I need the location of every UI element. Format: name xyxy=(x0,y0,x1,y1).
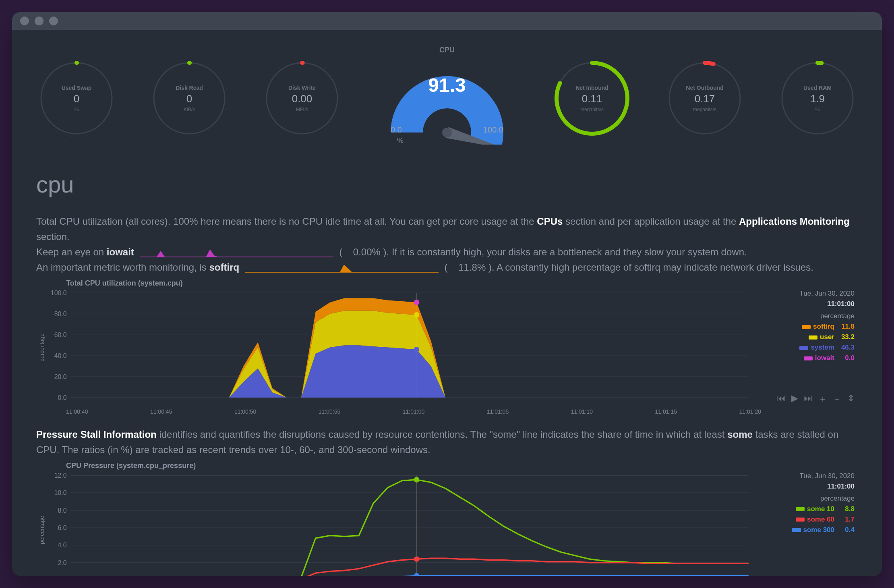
svg-point-227 xyxy=(704,137,705,137)
svg-point-236 xyxy=(669,113,669,113)
svg-point-124 xyxy=(312,135,312,136)
svg-point-186 xyxy=(556,113,557,113)
chart-cpu-utilization[interactable]: Total CPU utilization (system.cpu) perce… xyxy=(36,279,858,415)
desc-text: identifies and quantifies the disruption… xyxy=(159,429,727,440)
svg-point-256 xyxy=(832,62,832,63)
svg-point-132 xyxy=(275,125,275,126)
svg-point-146 xyxy=(282,64,283,65)
svg-point-98 xyxy=(179,61,180,61)
chart-legend: Tue, Jun 30, 2020 11:01:00 percentage so… xyxy=(793,288,855,363)
rewind-icon[interactable]: ⏮ xyxy=(777,576,786,576)
zoom-in-icon[interactable]: ＋ xyxy=(818,576,827,576)
svg-point-199 xyxy=(582,61,582,61)
svg-point-29 xyxy=(62,134,62,134)
legend-row[interactable]: some 601.7 xyxy=(786,514,855,525)
window-close-icon[interactable] xyxy=(20,17,29,25)
section-title-cpu: cpu xyxy=(36,171,858,198)
legend-row[interactable]: softirq11.8 xyxy=(793,321,855,332)
link-applications-monitoring[interactable]: Applications Monitoring xyxy=(739,216,850,227)
gauge-cpu-max: 100.0 xyxy=(483,125,503,135)
gauge-row: Used Swap0% Disk Read0KiB/s Disk Write0.… xyxy=(36,38,858,163)
svg-text:2.0: 2.0 xyxy=(58,559,66,566)
svg-point-18 xyxy=(110,117,110,118)
svg-point-264 xyxy=(856,93,856,93)
chart-cpu-pressure[interactable]: CPU Pressure (system.cpu_pressure) perce… xyxy=(36,462,858,576)
svg-point-259 xyxy=(844,71,845,71)
svg-point-78 xyxy=(179,135,180,136)
svg-point-65 xyxy=(228,103,228,104)
svg-point-139 xyxy=(263,93,264,93)
svg-point-224 xyxy=(719,134,720,134)
svg-point-83 xyxy=(158,122,159,122)
gauge-used-swap[interactable]: Used Swap0% xyxy=(36,58,117,139)
forward-icon[interactable]: ⏭ xyxy=(804,576,813,576)
gauge-disk-write[interactable]: Disk Write0.00MiB/s xyxy=(262,58,342,139)
window-zoom-icon[interactable] xyxy=(49,17,58,25)
svg-point-8 xyxy=(103,71,104,71)
svg-point-39 xyxy=(38,93,38,93)
window-minimize-icon[interactable] xyxy=(35,17,43,25)
gauge-net-inbound[interactable]: Net Inbound0.11megabits/s xyxy=(552,58,632,139)
legend-row[interactable]: system46.3 xyxy=(793,342,855,353)
gauge-value: 0.00 xyxy=(292,93,312,105)
svg-point-120 xyxy=(329,125,329,126)
zoom-in-icon[interactable]: ＋ xyxy=(818,393,827,405)
zoom-out-icon[interactable]: － xyxy=(833,576,842,576)
window-titlebar[interactable] xyxy=(12,12,882,30)
svg-point-75 xyxy=(194,137,195,137)
play-icon[interactable]: ▶ xyxy=(791,576,798,576)
gauge-used-ram[interactable]: Used RAM1.9% xyxy=(777,58,858,139)
zoom-out-icon[interactable]: － xyxy=(833,393,842,405)
svg-text:60.0: 60.0 xyxy=(54,331,67,338)
legend-row[interactable]: some 3000.4 xyxy=(786,525,855,535)
svg-point-212 xyxy=(740,83,741,84)
legend-row[interactable]: some 108.8 xyxy=(786,504,855,514)
legend-series-name: iowait xyxy=(815,354,834,362)
resize-icon[interactable]: ⇕ xyxy=(847,576,855,576)
gauge-disk-read[interactable]: Disk Read0KiB/s xyxy=(149,58,230,139)
svg-point-165 xyxy=(630,98,631,98)
legend-row[interactable]: user33.2 xyxy=(793,332,855,342)
resize-icon[interactable]: ⇕ xyxy=(847,393,855,405)
svg-point-247 xyxy=(685,64,685,65)
svg-point-187 xyxy=(555,108,555,108)
svg-point-261 xyxy=(851,79,851,79)
svg-point-95 xyxy=(166,67,166,68)
xaxis-tick: 11:01:10 xyxy=(571,408,593,415)
svg-point-336 xyxy=(414,556,420,562)
svg-point-54 xyxy=(199,61,199,61)
forward-icon[interactable]: ⏭ xyxy=(804,393,813,405)
svg-point-253 xyxy=(817,59,817,60)
svg-point-191 xyxy=(555,88,555,89)
play-icon[interactable]: ▶ xyxy=(791,393,798,405)
svg-point-36 xyxy=(39,108,39,108)
svg-point-217 xyxy=(742,108,742,108)
svg-point-254 xyxy=(822,60,823,60)
svg-point-77 xyxy=(184,137,184,137)
svg-point-211 xyxy=(738,79,739,79)
rewind-icon[interactable]: ⏮ xyxy=(777,393,786,405)
svg-point-17 xyxy=(112,113,112,113)
link-cpus[interactable]: CPUs xyxy=(537,216,563,227)
svg-point-216 xyxy=(743,103,743,104)
gauge-net-outbound[interactable]: Net Outbound0.17megabits/s xyxy=(664,58,745,139)
svg-point-158 xyxy=(615,67,616,68)
gauge-cpu-main[interactable]: CPU 91.3 0.0 100.0 % xyxy=(375,46,519,151)
svg-point-168 xyxy=(627,113,628,113)
svg-point-183 xyxy=(565,125,565,126)
svg-point-44 xyxy=(49,71,50,71)
svg-point-296 xyxy=(794,67,794,68)
svg-point-205 xyxy=(714,61,715,61)
svg-point-263 xyxy=(855,88,855,89)
svg-text:6.0: 6.0 xyxy=(58,524,66,531)
link-psi[interactable]: Pressure Stall Information xyxy=(36,429,157,440)
svg-point-269 xyxy=(851,117,851,118)
svg-point-28 xyxy=(66,135,67,136)
desc-text: Total CPU utilization (all cores). 100% … xyxy=(36,216,537,227)
svg-point-102 xyxy=(302,59,302,60)
svg-point-262 xyxy=(853,83,853,84)
svg-point-148 xyxy=(292,61,292,61)
svg-point-159 xyxy=(619,71,619,71)
legend-row[interactable]: iowait0.0 xyxy=(793,353,855,363)
desc-iowait-label: iowait xyxy=(107,246,134,257)
